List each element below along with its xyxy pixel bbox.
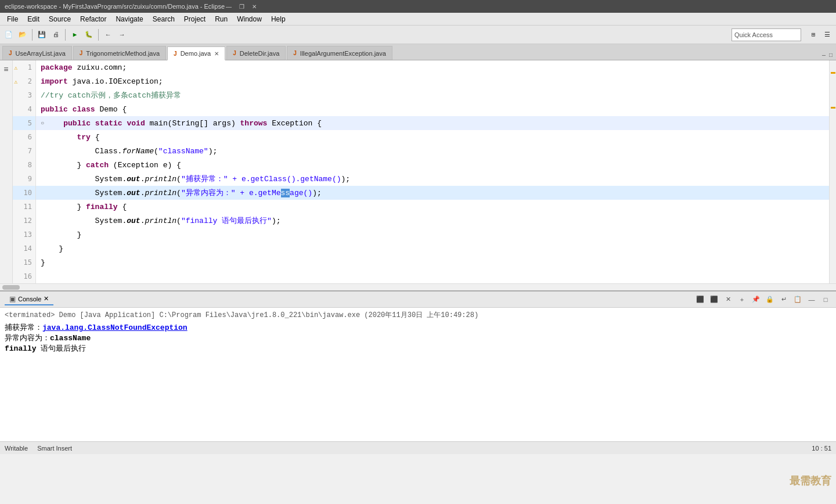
editor-container: ≡ 1 2 3 4 5 6 7 8 9 10 11 12 13 14 15 16… [0, 60, 836, 283]
h-scrollbar-thumb[interactable] [2, 285, 20, 290]
gutter-10: 10 [13, 186, 35, 200]
console-remove-btn[interactable]: ✕ [722, 294, 734, 305]
toolbar-sep1 [32, 29, 33, 41]
console-prefix2: 异常内容为： [5, 334, 50, 343]
tab-bar-controls: — □ [821, 51, 834, 60]
gutter-15: 15 [13, 255, 35, 269]
gutter-12: 12 [13, 214, 35, 228]
console-stop-btn[interactable]: ⬛ [708, 294, 720, 305]
editor-scrollbar[interactable] [829, 60, 836, 283]
perspective-button[interactable]: ⊞ [807, 28, 820, 41]
console-maximize-btn[interactable]: □ [820, 294, 831, 305]
tab-close-demo[interactable]: ✕ [214, 51, 219, 57]
menu-bar: File Edit Source Refactor Navigate Searc… [0, 13, 836, 26]
minimize-button[interactable]: — [225, 2, 233, 10]
java-icon-2: J [80, 50, 83, 56]
toolbar: 📄 📂 💾 🖨 ▶ 🐛 ← → Quick Access ⊞ ☰ [0, 26, 836, 44]
title-bar: eclipse-workspace - MyFirstJavaProgram/s… [0, 0, 836, 13]
code-line-3: //try catch示例，多条catch捕获异常 [36, 88, 829, 102]
code-line-15: } [36, 255, 829, 269]
menu-refactor[interactable]: Refactor [75, 14, 111, 24]
tab-label-1: UseArrayList.java [16, 50, 66, 57]
gutter-3: 3 [13, 88, 35, 102]
outline-icon[interactable]: ≡ [2, 63, 9, 77]
menu-project[interactable]: Project [179, 14, 210, 24]
tab-deletedir[interactable]: J DeleteDir.java [226, 46, 286, 60]
console-clear-btn[interactable]: ⬛ [694, 294, 706, 305]
console-tab-label: Console [18, 296, 41, 303]
tab-bar: J UseArrayList.java J TrigonometricMetho… [0, 44, 836, 60]
console-pin-btn[interactable]: 📌 [750, 294, 762, 305]
maximize-button[interactable]: ❐ [237, 2, 246, 10]
open-button[interactable]: 📂 [16, 28, 29, 41]
back-button[interactable]: ← [102, 28, 114, 41]
toolbar-sep2 [65, 29, 66, 41]
scrollbar-marker [831, 72, 835, 74]
console-word-wrap-btn[interactable]: ↵ [778, 294, 790, 305]
line-number-gutter: 1 2 3 4 5 6 7 8 9 10 11 12 13 14 15 16 [13, 60, 36, 283]
menu-edit[interactable]: Edit [23, 14, 44, 24]
code-line-13: } [36, 228, 829, 242]
tab-label-5: IllegalArgumentException.java [300, 50, 386, 57]
tab-minimize-btn[interactable]: — [821, 51, 827, 60]
menu-help[interactable]: Help [266, 14, 290, 24]
code-editor[interactable]: package zuixu.comn; import java.io.IOExc… [36, 60, 829, 283]
code-line-9: System.out.println("捕获异常：" + e.getClass(… [36, 172, 829, 186]
console-output: <terminated> Demo [Java Application] C:\… [0, 308, 836, 441]
close-button[interactable]: ✕ [250, 2, 258, 10]
menu-search[interactable]: Search [148, 14, 179, 24]
console-copy-btn[interactable]: 📋 [792, 294, 803, 305]
console-exception-link[interactable]: java.lang.ClassNotFoundException [42, 323, 188, 332]
h-scrollbar[interactable] [0, 283, 836, 290]
console-terminated-text: <terminated> Demo [Java Application] C:\… [5, 311, 478, 319]
console-minimize-btn[interactable]: — [806, 294, 817, 305]
debug-button[interactable]: 🐛 [82, 28, 95, 41]
new-button[interactable]: 📄 [2, 28, 15, 41]
tab-illegalarg[interactable]: J IllegalArgumentException.java [287, 46, 392, 60]
menu-window[interactable]: Window [232, 14, 266, 24]
console-scroll-lock-btn[interactable]: 🔒 [764, 294, 776, 305]
run-button[interactable]: ▶ [69, 28, 81, 41]
tab-usearraylist[interactable]: J UseArrayList.java [2, 46, 72, 60]
code-line-7: Class.forName("className"); [36, 144, 829, 158]
scrollbar-warning-marker [831, 107, 835, 109]
view-button[interactable]: ☰ [821, 28, 834, 41]
code-line-1: package zuixu.comn; [36, 60, 829, 74]
gutter-16: 16 [13, 269, 35, 283]
console-tab[interactable]: ▣ Console ✕ [5, 294, 53, 305]
menu-run[interactable]: Run [210, 14, 232, 24]
console-toolbar: ⬛ ⬛ ✕ + 📌 🔒 ↵ 📋 — □ [694, 294, 831, 305]
console-prefix1: 捕获异常： [5, 323, 42, 332]
console-new-btn[interactable]: + [736, 294, 748, 305]
console-tab-close[interactable]: ✕ [44, 295, 49, 303]
code-line-12: System.out.println("finally 语句最后执行"); [36, 214, 829, 228]
gutter-8: 8 [13, 158, 35, 172]
tab-label-3: Demo.java [181, 50, 211, 57]
code-line-14: } [36, 242, 829, 255]
quick-access-box[interactable]: Quick Access [732, 28, 801, 41]
java-icon-4: J [233, 50, 236, 56]
menu-navigate[interactable]: Navigate [111, 14, 147, 24]
print-button[interactable]: 🖨 [49, 28, 62, 41]
code-line-10: System.out.println("异常内容为：" + e.getMessa… [36, 186, 829, 200]
gutter-1: 1 [13, 60, 35, 74]
java-icon-5: J [293, 50, 297, 56]
save-button[interactable]: 💾 [35, 28, 48, 41]
menu-source[interactable]: Source [44, 14, 75, 24]
gutter-5: 5 [13, 116, 35, 130]
code-line-4: public class Demo { [36, 102, 829, 116]
tab-trigonometric[interactable]: J TrigonometricMethod.java [73, 46, 166, 60]
left-icons-panel: ≡ [0, 60, 13, 283]
menu-file[interactable]: File [2, 14, 23, 24]
quick-access-label: Quick Access [734, 31, 773, 38]
gutter-13: 13 [13, 228, 35, 242]
gutter-14: 14 [13, 242, 35, 255]
gutter-4: 4 [13, 102, 35, 116]
forward-button[interactable]: → [116, 28, 128, 41]
console-classname-value: className [50, 334, 91, 343]
tab-demo[interactable]: J Demo.java ✕ [167, 46, 225, 60]
tab-maximize-btn[interactable]: □ [828, 51, 834, 60]
java-icon-3: J [174, 51, 177, 57]
code-line-2: import java.io.IOException; [36, 74, 829, 88]
console-finally-word: finally [5, 344, 37, 353]
